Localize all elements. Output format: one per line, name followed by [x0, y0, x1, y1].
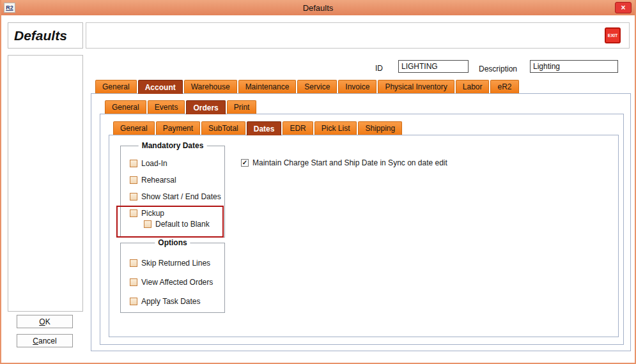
- titlebar[interactable]: R2 Defaults ×: [0, 0, 636, 15]
- checkbox-label-skip-returned-lines: Skip Returned Lines: [141, 259, 210, 268]
- tab-payment[interactable]: Payment: [156, 121, 200, 135]
- checkbox-view-affected-orders[interactable]: [130, 278, 137, 286]
- checkbox-load-in[interactable]: [130, 160, 137, 167]
- checkbox-label-default-to-blank: Default to Blank: [155, 220, 210, 229]
- checkbox-row-show-start-end-dates[interactable]: Show Start / End Dates: [130, 192, 224, 201]
- checkbox-label-view-affected-orders: View Affected Orders: [141, 278, 213, 287]
- checkbox-label-load-in: Load-In: [141, 159, 167, 168]
- checkbox-skip-returned-lines[interactable]: [130, 259, 137, 267]
- tab-row-orders: GeneralPaymentSubTotalDatesEDRPick ListS…: [113, 121, 402, 135]
- tab-physical-inventory[interactable]: Physical Inventory: [378, 80, 454, 93]
- tab-pick-list[interactable]: Pick List: [314, 121, 357, 135]
- checkbox-row-default-to-blank[interactable]: Default to Blank: [144, 220, 224, 229]
- mandatory-dates-group: Mandatory Dates Load-InRehearsalShow Sta…: [120, 146, 225, 238]
- tab-labor[interactable]: Labor: [456, 80, 490, 93]
- checkbox-apply-task-dates[interactable]: [130, 298, 137, 305]
- id-label: ID: [375, 64, 383, 73]
- checkbox-row-skip-returned-lines[interactable]: Skip Returned Lines: [130, 259, 224, 268]
- tab-print[interactable]: Print: [227, 100, 257, 114]
- left-list-panel: [8, 55, 83, 312]
- exit-button[interactable]: EXIT: [605, 27, 621, 43]
- page-title: Defaults: [8, 22, 83, 49]
- checkbox-rehearsal[interactable]: [130, 176, 137, 184]
- checkbox-label-pickup: Pickup: [141, 209, 164, 218]
- checkbox-label-show-start-end-dates: Show Start / End Dates: [141, 192, 221, 201]
- options-checkbox-list: Skip Returned LinesView Affected OrdersA…: [121, 243, 224, 306]
- mandatory-dates-checkbox-list: Load-InRehearsalShow Start / End DatesPi…: [121, 146, 224, 229]
- checkbox-row-pickup[interactable]: Pickup: [130, 209, 224, 218]
- checkbox-maintain-sync[interactable]: ✓: [241, 159, 249, 167]
- tab-general[interactable]: General: [105, 100, 146, 114]
- tab-er2[interactable]: eR2: [490, 80, 518, 93]
- tab-general[interactable]: General: [113, 121, 155, 135]
- mandatory-dates-group-title: Mandatory Dates: [139, 141, 207, 150]
- cancel-button[interactable]: Cancel: [17, 334, 73, 347]
- checkbox-label-maintain-sync: Maintain Charge Start and Ship Date in S…: [252, 158, 447, 167]
- tab-subtotal[interactable]: SubTotal: [201, 121, 245, 135]
- tab-dates[interactable]: Dates: [247, 121, 282, 135]
- tab-events[interactable]: Events: [148, 100, 185, 114]
- toolbar: EXIT: [86, 22, 630, 49]
- tab-shipping[interactable]: Shipping: [358, 121, 402, 135]
- checkbox-row-apply-task-dates[interactable]: Apply Task Dates: [130, 297, 224, 306]
- tab-service[interactable]: Service: [297, 80, 337, 93]
- options-group: Options Skip Returned LinesView Affected…: [120, 243, 225, 313]
- tab-orders[interactable]: Orders: [186, 100, 225, 114]
- checkbox-row-load-in[interactable]: Load-In: [130, 159, 224, 168]
- checkbox-show-start-end-dates[interactable]: [130, 193, 137, 201]
- checkbox-row-rehearsal[interactable]: Rehearsal: [130, 176, 224, 185]
- checkbox-row-view-affected-orders[interactable]: View Affected Orders: [130, 278, 224, 287]
- checkbox-label-apply-task-dates: Apply Task Dates: [141, 297, 201, 306]
- window-body: Defaults OK Cancel EXIT ID LIGHTING Desc…: [1, 15, 635, 363]
- tab-edr[interactable]: EDR: [283, 121, 313, 135]
- tab-row-account: GeneralEventsOrdersPrint: [105, 100, 256, 114]
- tab-warehouse[interactable]: Warehouse: [184, 80, 237, 93]
- options-group-title: Options: [155, 238, 190, 247]
- tab-invoice[interactable]: Invoice: [338, 80, 376, 93]
- tab-general[interactable]: General: [95, 80, 137, 93]
- ok-button[interactable]: OK: [17, 315, 73, 328]
- app-icon: R2: [4, 3, 15, 13]
- checkbox-label-rehearsal: Rehearsal: [141, 176, 176, 185]
- checkbox-default-to-blank[interactable]: [144, 220, 151, 228]
- defaults-window: R2 Defaults × Defaults OK Cancel EXIT ID…: [0, 0, 636, 364]
- id-input[interactable]: LIGHTING: [398, 60, 469, 73]
- close-icon[interactable]: ×: [615, 2, 632, 13]
- tab-maintenance[interactable]: Maintenance: [238, 80, 297, 93]
- checkbox-pickup[interactable]: [130, 209, 137, 217]
- tab-row-main: GeneralAccountWarehouseMaintenanceServic…: [95, 80, 519, 94]
- description-input[interactable]: Lighting: [530, 60, 618, 73]
- checkbox-row-maintain-sync[interactable]: ✓Maintain Charge Start and Ship Date in …: [241, 158, 447, 167]
- tab-account[interactable]: Account: [138, 80, 183, 94]
- window-title: Defaults: [0, 3, 636, 13]
- description-label: Description: [479, 64, 517, 73]
